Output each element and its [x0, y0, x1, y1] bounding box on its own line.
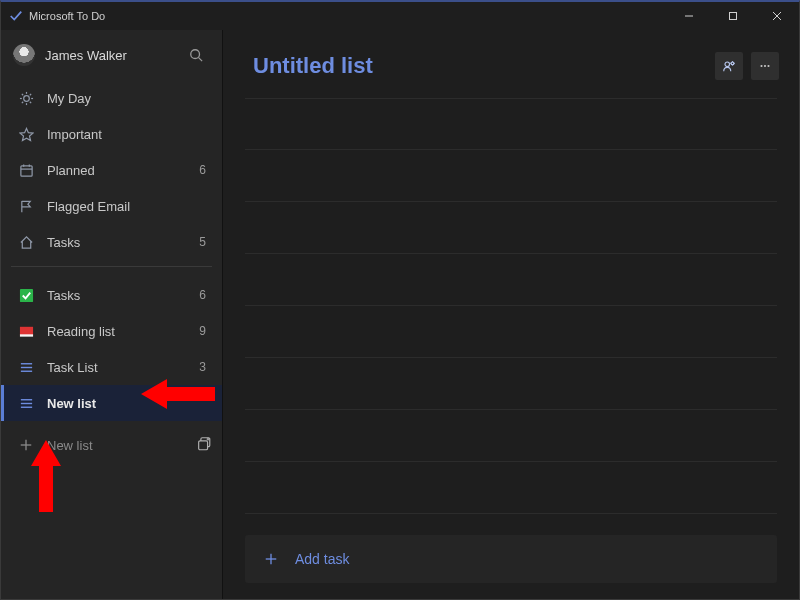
empty-task-slots — [245, 92, 777, 535]
app-title: Microsoft To Do — [29, 10, 105, 22]
svg-rect-20 — [19, 326, 32, 334]
new-list-row[interactable]: New list — [1, 425, 222, 465]
task-slot — [245, 358, 777, 410]
minimize-button[interactable] — [667, 2, 711, 30]
sidebar-item-count: 9 — [199, 324, 206, 338]
sidebar-item-flagged[interactable]: Flagged Email — [1, 188, 222, 224]
sidebar-item-newlist[interactable]: New list — [1, 385, 222, 421]
plus-icon — [15, 438, 37, 452]
add-task-input[interactable]: Add task — [245, 535, 777, 583]
share-button[interactable] — [715, 52, 743, 80]
sidebar-item-label: Reading list — [47, 324, 199, 339]
svg-point-41 — [767, 65, 769, 67]
sidebar-item-label: Planned — [47, 163, 199, 178]
user-lists: Tasks 6 Reading list 9 Task List 3 — [1, 273, 222, 421]
task-slot — [245, 150, 777, 202]
sidebar-item-count: 3 — [199, 360, 206, 374]
svg-line-12 — [29, 101, 30, 102]
list-title[interactable]: Untitled list — [253, 53, 373, 79]
new-list-label: New list — [47, 438, 196, 453]
list-icon — [15, 396, 37, 411]
close-button[interactable] — [755, 2, 799, 30]
sidebar-item-label: Flagged Email — [47, 199, 206, 214]
sidebar-item-tasks-list[interactable]: Tasks 6 — [1, 277, 222, 313]
app-window: Microsoft To Do James Walker — [0, 0, 800, 600]
svg-line-11 — [21, 93, 22, 94]
svg-rect-1 — [730, 13, 737, 20]
svg-rect-21 — [19, 334, 32, 336]
new-group-icon[interactable] — [196, 436, 212, 455]
svg-point-6 — [23, 95, 29, 101]
more-options-button[interactable] — [751, 52, 779, 80]
square-red-icon — [15, 324, 37, 339]
titlebar: Microsoft To Do — [1, 2, 799, 30]
sidebar-item-count: 6 — [199, 288, 206, 302]
star-icon — [15, 127, 37, 142]
task-slot — [245, 462, 777, 514]
sidebar-divider — [11, 266, 212, 267]
main-pane: Untitled list — [223, 30, 799, 599]
svg-rect-15 — [20, 165, 31, 175]
checkbox-green-icon — [15, 288, 37, 303]
plus-icon — [261, 552, 281, 566]
sidebar-item-count: 5 — [199, 235, 206, 249]
maximize-button[interactable] — [711, 2, 755, 30]
calendar-icon — [15, 163, 37, 178]
user-row[interactable]: James Walker — [1, 30, 222, 76]
sidebar-item-label: New list — [47, 396, 206, 411]
sidebar-item-planned[interactable]: Planned 6 — [1, 152, 222, 188]
task-area — [223, 92, 799, 535]
window-controls — [667, 2, 799, 30]
sidebar-item-label: Important — [47, 127, 206, 142]
sidebar-item-tasks[interactable]: Tasks 5 — [1, 224, 222, 260]
sun-icon — [15, 91, 37, 106]
svg-line-13 — [21, 101, 22, 102]
list-header: Untitled list — [223, 30, 799, 92]
sidebar-item-myday[interactable]: My Day — [1, 80, 222, 116]
sidebar-item-important[interactable]: Important — [1, 116, 222, 152]
sidebar-item-label: Tasks — [47, 288, 199, 303]
sidebar-item-count: 6 — [199, 163, 206, 177]
sidebar-item-tasklist[interactable]: Task List 3 — [1, 349, 222, 385]
sidebar-item-label: My Day — [47, 91, 206, 106]
smart-lists: My Day Important Planned 6 — [1, 76, 222, 260]
task-slot — [245, 306, 777, 358]
sidebar-item-label: Task List — [47, 360, 199, 375]
sidebar-item-label: Tasks — [47, 235, 199, 250]
svg-point-39 — [760, 65, 762, 67]
add-task-label: Add task — [295, 551, 349, 567]
flag-icon — [15, 199, 37, 214]
header-actions — [715, 52, 779, 80]
svg-point-33 — [725, 62, 730, 67]
task-slot — [245, 254, 777, 306]
list-icon — [15, 360, 37, 375]
svg-rect-30 — [199, 440, 208, 449]
svg-line-14 — [29, 93, 30, 94]
svg-rect-19 — [19, 288, 32, 301]
task-slot — [245, 410, 777, 462]
app-icon — [9, 9, 23, 23]
avatar — [13, 44, 35, 66]
task-slot — [245, 202, 777, 254]
sidebar-item-reading[interactable]: Reading list 9 — [1, 313, 222, 349]
search-icon[interactable] — [184, 48, 208, 62]
svg-point-40 — [764, 65, 766, 67]
svg-point-4 — [191, 50, 200, 59]
task-slot — [245, 98, 777, 150]
svg-line-5 — [199, 58, 203, 62]
user-name: James Walker — [45, 48, 184, 63]
sidebar: James Walker My Day Importan — [1, 30, 223, 599]
home-icon — [15, 235, 37, 250]
